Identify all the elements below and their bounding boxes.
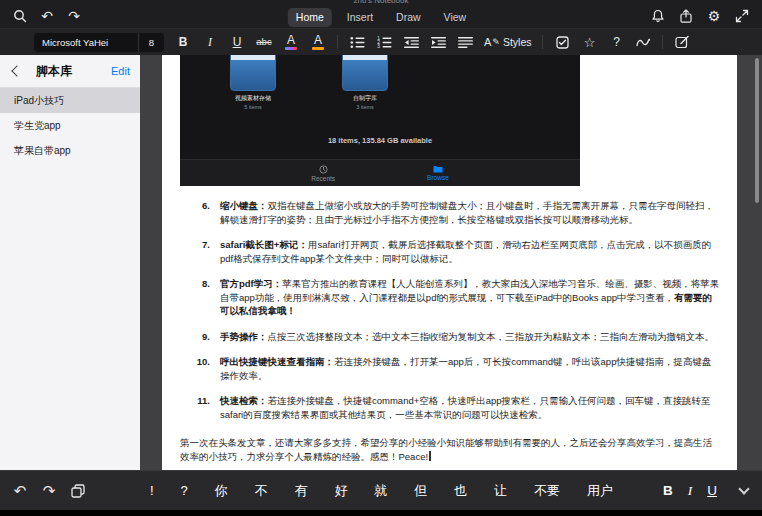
undo-icon[interactable]: ↶ — [39, 8, 55, 23]
sidebar-item-student-apps[interactable]: 学生党app — [0, 113, 140, 138]
document-page[interactable]: 视频素材存储 5 items 自制字库 3 items 18 items, 13… — [162, 55, 737, 470]
list-text: 快速检索：若连接外接键盘，快捷键command+空格，快速呼出app搜索栏，只需… — [220, 394, 720, 421]
font-selector[interactable]: Microsoft YaHei 8 — [34, 33, 164, 52]
tab-view[interactable]: View — [436, 8, 475, 27]
alignment-icon[interactable] — [457, 36, 473, 49]
tab-home[interactable]: Home — [288, 8, 332, 27]
kbar-left-group: ↶ ↷ — [12, 483, 86, 498]
kb-underline-button[interactable]: U — [707, 483, 717, 498]
suggestion[interactable]: 也 — [451, 480, 470, 502]
dismiss-keyboard-chevron-icon[interactable] — [738, 483, 749, 494]
indent-icon[interactable] — [430, 36, 446, 49]
home-indicator-strip — [0, 510, 762, 516]
toolbar-divider — [542, 35, 543, 49]
settings-gear-icon[interactable]: ⚙ — [706, 8, 722, 23]
suggestion[interactable]: 不 — [252, 480, 271, 502]
search-icon[interactable] — [12, 8, 28, 23]
scrollbar-thumb[interactable] — [755, 58, 759, 203]
numbered-list-icon[interactable]: 123 — [376, 36, 392, 49]
back-chevron-icon[interactable] — [11, 65, 22, 76]
font-name-value[interactable]: Microsoft YaHei — [34, 37, 138, 48]
sidebar-item-ipad-tips[interactable]: iPad小技巧 — [0, 88, 140, 113]
scribble-pen-icon[interactable] — [635, 36, 651, 49]
list-text: 缩小键盘：双指在键盘上做缩小或放大的手势可控制键盘大小；且小键盘时，手指无需离开… — [220, 199, 720, 226]
list-number: 10. — [188, 355, 210, 382]
tab-strip: Home Insert Draw View — [288, 8, 474, 27]
text-color-button[interactable]: A — [283, 34, 299, 50]
paste-clipboard-icon[interactable] — [70, 483, 86, 498]
toolbar-divider — [662, 35, 663, 49]
clock-icon — [319, 165, 328, 174]
list-number: 7. — [188, 238, 210, 265]
list-text: safari截长图+标记：用safari打开网页，截屏后选择截取整个页面，滑动右… — [220, 238, 720, 265]
list-item: 10. 呼出快捷键快速查看指南：若连接外接键盘，打开某一app后，可长按comm… — [180, 355, 720, 382]
compose-icon[interactable] — [674, 35, 690, 49]
suggestion[interactable]: ! — [147, 481, 157, 500]
highlight-button[interactable]: A — [310, 34, 326, 50]
embed-tab-bar: Recents Browse — [180, 159, 580, 186]
favorite-star-icon[interactable]: ☆ — [581, 36, 597, 49]
kb-bold-button[interactable]: B — [663, 483, 673, 498]
checklist-icon[interactable] — [554, 36, 570, 49]
font-size-value[interactable]: 8 — [138, 33, 164, 52]
styles-a-icon: A — [484, 36, 491, 48]
list-text: 官方pdf学习：苹果官方推出的教育课程【人人能创造系列】，教大家由浅入深地学习音… — [220, 277, 720, 318]
folder-name: 视频素材存储 — [226, 94, 280, 103]
italic-button[interactable]: I — [202, 36, 218, 48]
kb-italic-button[interactable]: I — [688, 483, 693, 499]
keyboard-suggestion-bar: ↶ ↷ ! ? 你 不 有 好 就 但 也 让 不要 用户 B I U — [0, 470, 762, 510]
list-number: 6. — [188, 199, 210, 226]
sidebar-item-apple-builtin-apps[interactable]: 苹果自带app — [0, 138, 140, 163]
notifications-bell-icon[interactable] — [650, 8, 666, 23]
tab-insert[interactable]: Insert — [339, 8, 381, 27]
suggestion[interactable]: 你 — [212, 480, 231, 502]
svg-text:3: 3 — [377, 44, 380, 49]
recents-label: Recents — [311, 175, 335, 182]
styles-button[interactable]: A ✎ Styles — [484, 36, 531, 48]
suggestion[interactable]: 让 — [491, 480, 510, 502]
text-color-swatch — [285, 47, 297, 50]
suggestion[interactable]: ? — [177, 481, 190, 500]
suggestion[interactable]: 用户 — [584, 480, 616, 502]
embed-folder: 自制字库 3 items — [338, 55, 392, 110]
highlight-swatch — [312, 47, 324, 50]
outdent-icon[interactable] — [403, 36, 419, 49]
sidebar-title: 脚本库 — [36, 63, 111, 80]
redo-icon[interactable]: ↷ — [66, 8, 82, 23]
text-color-letter: A — [287, 34, 295, 46]
fullscreen-expand-icon[interactable] — [734, 8, 750, 23]
help-question-icon[interactable]: ? — [608, 36, 624, 48]
underline-button[interactable]: U — [229, 36, 245, 48]
bold-button[interactable]: B — [175, 36, 191, 48]
embedded-screenshot[interactable]: 视频素材存储 5 items 自制字库 3 items 18 items, 13… — [180, 55, 580, 186]
kb-undo-icon[interactable]: ↶ — [12, 483, 28, 498]
edit-button[interactable]: Edit — [111, 65, 130, 77]
text-caret — [429, 451, 431, 461]
suggestion[interactable]: 有 — [291, 480, 310, 502]
predictive-suggestions: ! ? 你 不 有 好 就 但 也 让 不要 用户 — [126, 480, 637, 502]
list-item: 11. 快速检索：若连接外接键盘，快捷键command+空格，快速呼出app搜索… — [180, 394, 720, 421]
browse-label: Browse — [427, 174, 449, 181]
suggestion[interactable]: 不要 — [531, 480, 563, 502]
embed-folders: 视频素材存储 5 items 自制字库 3 items — [226, 55, 392, 110]
topbar-right-group: ⚙ — [650, 8, 762, 28]
styles-label: Styles — [503, 36, 532, 48]
folder-icon — [433, 165, 443, 173]
closing-paragraph: 第一次在头条发文章，还请大家多多支持，希望分享的小经验小知识能够帮助到有需要的人… — [180, 436, 712, 463]
list-item: 8. 官方pdf学习：苹果官方推出的教育课程【人人能创造系列】，教大家由浅入深地… — [180, 277, 720, 318]
list-number: 11. — [188, 394, 210, 421]
folder-thumbnail — [342, 55, 388, 91]
styles-pencil-icon: ✎ — [492, 37, 500, 47]
share-icon[interactable] — [678, 8, 694, 23]
notebook-title: zhu's Notebook — [354, 0, 409, 5]
strikethrough-button[interactable]: abc — [256, 37, 272, 47]
highlight-letter: A — [314, 34, 322, 46]
folder-count: 3 items — [338, 104, 392, 110]
bullet-list-icon[interactable] — [349, 36, 365, 49]
suggestion[interactable]: 好 — [331, 480, 350, 502]
kb-redo-icon[interactable]: ↷ — [41, 483, 57, 498]
suggestion[interactable]: 但 — [411, 480, 430, 502]
tab-draw[interactable]: Draw — [388, 8, 429, 27]
list-number: 9. — [188, 330, 210, 344]
suggestion[interactable]: 就 — [371, 480, 390, 502]
